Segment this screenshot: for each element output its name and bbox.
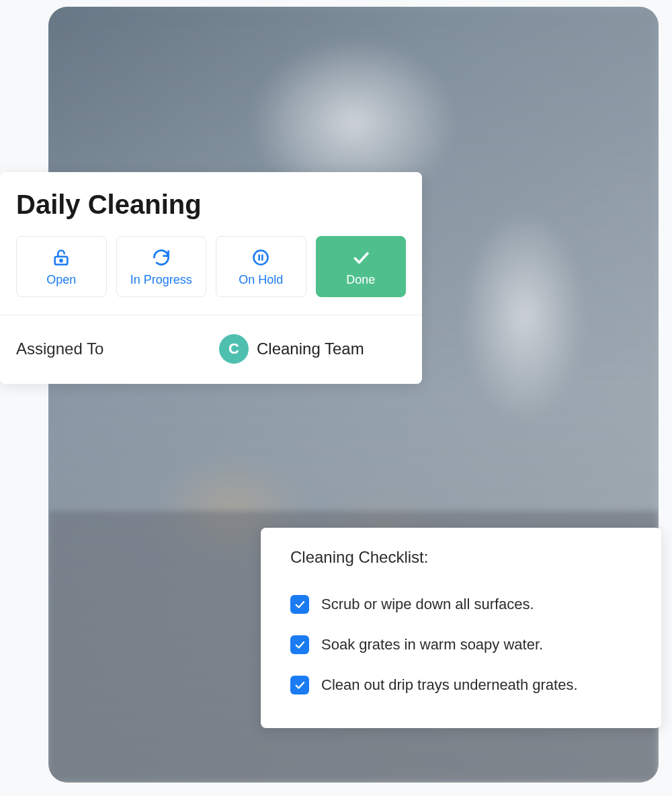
status-on-hold-label: On Hold — [239, 273, 283, 287]
checklist-item-1-label: Scrub or wipe down all surfaces. — [321, 596, 534, 613]
checklist-card: Cleaning Checklist: Scrub or wipe down a… — [261, 528, 661, 728]
status-open-label: Open — [46, 273, 76, 287]
unlock-icon — [51, 247, 71, 268]
pause-circle-icon — [251, 247, 271, 268]
status-open-button[interactable]: Open — [16, 236, 107, 297]
svg-point-1 — [60, 260, 62, 262]
refresh-icon — [151, 247, 171, 268]
status-in-progress-label: In Progress — [130, 273, 192, 287]
assignee-name: Cleaning Team — [257, 340, 364, 358]
status-in-progress-button[interactable]: In Progress — [116, 236, 207, 297]
checklist-item: Scrub or wipe down all surfaces. — [290, 584, 641, 625]
checkbox-1[interactable] — [290, 595, 309, 614]
checklist-title: Cleaning Checklist: — [290, 548, 641, 567]
assignee-avatar[interactable]: C — [219, 334, 249, 364]
checklist-item: Soak grates in warm soapy water. — [290, 625, 641, 665]
checkbox-2[interactable] — [290, 635, 309, 654]
status-done-button[interactable]: Done — [316, 236, 407, 297]
checklist-item: Clean out drip trays underneath grates. — [290, 665, 641, 705]
task-card: Daily Cleaning Open In Progress — [0, 172, 422, 384]
svg-point-2 — [254, 251, 268, 265]
check-icon — [351, 247, 371, 268]
task-title: Daily Cleaning — [0, 172, 422, 224]
checklist-item-2-label: Soak grates in warm soapy water. — [321, 636, 543, 653]
status-buttons-row: Open In Progress On Hold — [0, 224, 422, 315]
status-on-hold-button[interactable]: On Hold — [216, 236, 306, 297]
assigned-to-label: Assigned To — [16, 340, 211, 358]
assigned-to-row: Assigned To C Cleaning Team — [0, 315, 422, 384]
checkbox-3[interactable] — [290, 676, 309, 694]
checklist-item-3-label: Clean out drip trays underneath grates. — [321, 676, 578, 694]
status-done-label: Done — [346, 273, 375, 287]
